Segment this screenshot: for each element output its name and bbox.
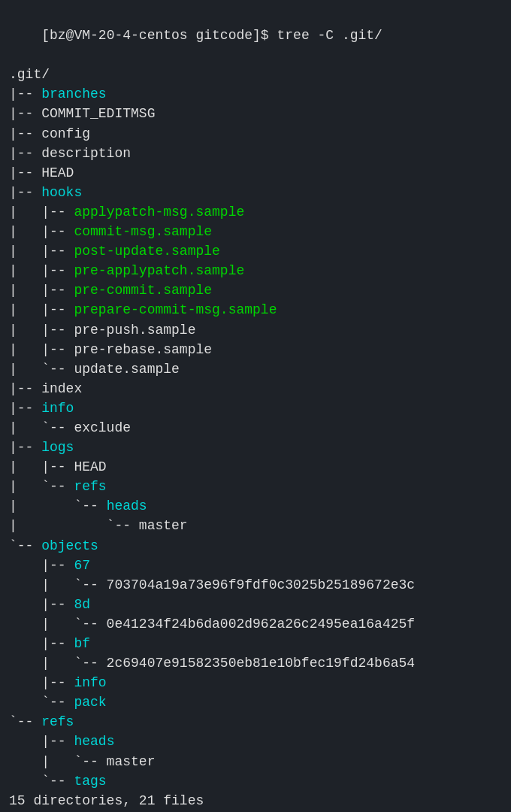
line-prefix: |--: [9, 86, 41, 102]
line-prefix: `--: [9, 714, 41, 729]
line-colored-text: tags: [74, 774, 106, 789]
line-prefix: |--: [9, 734, 74, 749]
line-prefix: `--: [9, 538, 41, 553]
line-text: |-- config: [9, 126, 90, 141]
line-colored-text: objects: [41, 538, 98, 553]
line-colored-text: logs: [41, 440, 74, 455]
line-text: | `-- 0e41234f24b6da002d962a26c2495ea16a…: [9, 617, 415, 632]
line-text: .git/: [9, 67, 50, 82]
prompt-text: [bz@VM-20-4-centos gitcode]$ tree -C .gi…: [41, 28, 382, 43]
line-prefix: | |--: [9, 283, 74, 298]
line-prefix: | `--: [9, 498, 107, 514]
terminal-line: | `-- master: [9, 752, 502, 771]
line-prefix: `--: [9, 695, 74, 710]
line-prefix: |--: [9, 440, 41, 455]
line-prefix: | |--: [9, 224, 74, 239]
line-prefix: |--: [9, 401, 41, 416]
line-colored-text: hooks: [41, 185, 82, 200]
terminal-line: | `-- 0e41234f24b6da002d962a26c2495ea16a…: [9, 614, 502, 634]
terminal-line: | |-- pre-commit.sample: [9, 280, 502, 300]
terminal-line: |-- hooks: [9, 183, 502, 202]
line-text: | |-- pre-push.sample: [9, 323, 195, 338]
terminal-line: `-- pack: [9, 692, 502, 712]
terminal-line: |-- heads: [9, 732, 502, 751]
line-colored-text: post-update.sample: [74, 244, 219, 259]
line-colored-text: branches: [41, 86, 106, 102]
line-prefix: |--: [9, 675, 74, 690]
terminal-line: | |-- pre-applypatch.sample: [9, 261, 502, 280]
terminal-line: |-- 67: [9, 556, 502, 575]
line-text: | `-- master: [9, 754, 155, 769]
line-colored-text: 8d: [74, 597, 90, 612]
terminal-line: | |-- post-update.sample: [9, 241, 502, 261]
line-prefix: |--: [9, 597, 74, 612]
line-prefix: `--: [9, 774, 74, 789]
line-colored-text: refs: [41, 714, 74, 729]
terminal-line: |-- COMMIT_EDITMSG: [9, 104, 502, 123]
terminal-line: | `-- 2c69407e91582350eb81e10bfec19fd24b…: [9, 653, 502, 673]
terminal-line: | `-- heads: [9, 496, 502, 516]
terminal-line: 15 directories, 21 files: [9, 791, 502, 810]
line-text: 15 directories, 21 files: [9, 793, 204, 808]
line-prefix: |--: [9, 558, 74, 573]
line-text: |-- index: [9, 381, 82, 396]
line-colored-text: 67: [74, 558, 90, 573]
line-prefix: | |--: [9, 244, 74, 259]
line-colored-text: refs: [74, 479, 106, 494]
terminal-line: | |-- applypatch-msg.sample: [9, 202, 502, 222]
line-text: | `-- 703704a19a73e96f9fdf0c3025b2518967…: [9, 577, 415, 592]
terminal: [bz@VM-20-4-centos gitcode]$ tree -C .gi…: [9, 6, 502, 812]
line-colored-text: info: [41, 401, 74, 416]
line-text: | `-- update.sample: [9, 362, 180, 377]
terminal-line: |-- config: [9, 124, 502, 144]
line-text: |-- HEAD: [9, 165, 74, 180]
line-text: | `-- exclude: [9, 420, 131, 435]
terminal-line: | `-- refs: [9, 477, 502, 496]
terminal-line: .git/: [9, 65, 502, 84]
line-colored-text: pre-applypatch.sample: [74, 263, 244, 278]
terminal-line: |-- bf: [9, 634, 502, 653]
line-colored-text: commit-msg.sample: [74, 224, 212, 239]
line-colored-text: prepare-commit-msg.sample: [74, 302, 277, 317]
terminal-line: | |-- commit-msg.sample: [9, 222, 502, 241]
line-prefix: | |--: [9, 263, 74, 278]
terminal-line: |-- description: [9, 144, 502, 163]
terminal-line: |-- HEAD: [9, 163, 502, 183]
line-prefix: |--: [9, 636, 74, 651]
line-colored-text: heads: [74, 734, 114, 749]
line-prefix: | |--: [9, 205, 74, 220]
line-colored-text: bf: [74, 636, 90, 651]
line-colored-text: heads: [107, 498, 147, 514]
line-prefix: | |--: [9, 302, 74, 317]
terminal-line: | |-- pre-rebase.sample: [9, 340, 502, 359]
terminal-line: `-- objects: [9, 536, 502, 556]
terminal-line: |-- index: [9, 379, 502, 398]
line-prefix: | `--: [9, 479, 74, 494]
line-text: | `-- master: [9, 518, 188, 533]
line-colored-text: pre-commit.sample: [74, 283, 212, 298]
terminal-line: | |-- HEAD: [9, 457, 502, 477]
line-text: | `-- 2c69407e91582350eb81e10bfec19fd24b…: [9, 656, 415, 671]
line-colored-text: applypatch-msg.sample: [74, 205, 244, 220]
terminal-line: | `-- exclude: [9, 418, 502, 438]
line-colored-text: pack: [74, 695, 106, 710]
terminal-line: |-- 8d: [9, 595, 502, 614]
line-text: |-- COMMIT_EDITMSG: [9, 106, 155, 121]
terminal-line: |-- info: [9, 398, 502, 418]
terminal-line: |-- logs: [9, 438, 502, 457]
terminal-line: | |-- pre-push.sample: [9, 320, 502, 340]
terminal-line: | |-- prepare-commit-msg.sample: [9, 300, 502, 320]
terminal-line: | `-- 703704a19a73e96f9fdf0c3025b2518967…: [9, 575, 502, 595]
line-text: |-- description: [9, 146, 131, 161]
terminal-line: | `-- update.sample: [9, 359, 502, 379]
terminal-line: `-- refs: [9, 712, 502, 732]
line-colored-text: info: [74, 675, 106, 690]
line-text: | |-- pre-rebase.sample: [9, 342, 212, 357]
terminal-line: | `-- master: [9, 516, 502, 535]
terminal-line: |-- info: [9, 673, 502, 692]
line-text: | |-- HEAD: [9, 459, 107, 474]
line-prefix: |--: [9, 185, 41, 200]
prompt-line: [bz@VM-20-4-centos gitcode]$ tree -C .gi…: [9, 6, 502, 65]
terminal-line: `-- tags: [9, 771, 502, 791]
terminal-line: |-- branches: [9, 84, 502, 104]
